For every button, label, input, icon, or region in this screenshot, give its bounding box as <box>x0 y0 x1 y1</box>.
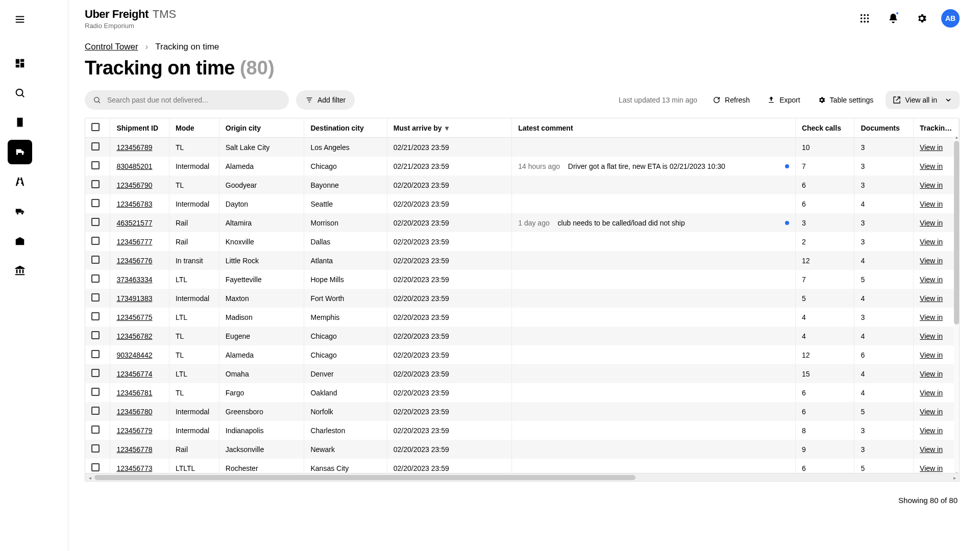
table-row[interactable]: 123456777RailKnoxvilleDallas02/20/2023 2… <box>85 232 959 251</box>
search-icon[interactable] <box>8 81 32 105</box>
table-row[interactable]: 123456776In transitLittle RockAtlanta02/… <box>85 251 959 270</box>
settings-icon[interactable] <box>913 9 931 28</box>
shipment-link[interactable]: 123456779 <box>116 427 152 435</box>
bank-icon[interactable] <box>8 258 32 283</box>
table-row[interactable]: 123456789TLSalt Lake CityLos Angeles02/2… <box>85 138 959 157</box>
shipment-link[interactable]: 123456780 <box>116 408 152 416</box>
shipment-link[interactable]: 123456773 <box>116 464 152 472</box>
truck-icon[interactable] <box>8 199 32 223</box>
add-filter-button[interactable]: Add filter <box>296 90 355 110</box>
apps-icon[interactable] <box>855 9 874 28</box>
view-in-link[interactable]: View in <box>920 464 943 472</box>
row-checkbox[interactable] <box>85 364 110 383</box>
header-origin[interactable]: Origin city <box>219 118 304 138</box>
table-row[interactable]: 123456780IntermodalGreensboroNorfolk02/2… <box>85 402 959 421</box>
vertical-scrollbar[interactable]: ▴ ▾ <box>954 138 959 473</box>
row-checkbox[interactable] <box>85 232 110 251</box>
header-check-calls[interactable]: Check calls <box>795 118 854 138</box>
view-in-link[interactable]: View in <box>920 332 943 340</box>
row-checkbox[interactable] <box>85 308 110 327</box>
view-in-link[interactable]: View in <box>920 143 943 152</box>
header-mode[interactable]: Mode <box>169 118 219 138</box>
view-in-link[interactable]: View in <box>920 219 943 227</box>
shipment-link[interactable]: 123456783 <box>116 200 152 208</box>
shipment-link[interactable]: 123456789 <box>116 143 152 152</box>
row-checkbox[interactable] <box>85 270 110 289</box>
table-row[interactable]: 173491383IntermodalMaxtonFort Worth02/20… <box>85 289 959 308</box>
table-row[interactable]: 830485201IntermodalAlamedaChicago02/21/2… <box>85 157 959 176</box>
shipment-link[interactable]: 123456775 <box>116 313 152 321</box>
shipment-link[interactable]: 123456782 <box>116 332 152 340</box>
row-checkbox[interactable] <box>85 289 110 308</box>
header-shipment-id[interactable]: Shipment ID <box>110 118 169 138</box>
user-avatar[interactable]: AB <box>941 9 960 28</box>
shipment-link[interactable]: 173491383 <box>116 294 152 303</box>
view-in-link[interactable]: View in <box>920 427 943 435</box>
export-button[interactable]: Export <box>762 96 805 104</box>
view-in-link[interactable]: View in <box>920 408 943 416</box>
row-checkbox[interactable] <box>85 345 110 364</box>
view-in-link[interactable]: View in <box>920 370 943 378</box>
row-checkbox[interactable] <box>85 440 110 459</box>
header-tracking-d[interactable]: Tracking d <box>914 118 959 138</box>
road-icon[interactable] <box>8 169 32 194</box>
scroll-up-arrow[interactable]: ▴ <box>954 135 959 140</box>
row-checkbox[interactable] <box>85 327 110 345</box>
horizontal-scroll-thumb[interactable] <box>94 475 635 480</box>
view-in-link[interactable]: View in <box>920 445 943 454</box>
row-checkbox[interactable] <box>85 176 110 194</box>
shipment-link[interactable]: 123456774 <box>116 370 152 378</box>
shipment-link[interactable]: 830485201 <box>116 162 152 170</box>
view-in-link[interactable]: View in <box>920 313 943 321</box>
view-in-link[interactable]: View in <box>920 389 943 397</box>
view-in-link[interactable]: View in <box>920 238 943 246</box>
row-checkbox[interactable] <box>85 213 110 232</box>
table-row[interactable]: 123456783IntermodalDaytonSeattle02/20/20… <box>85 194 959 213</box>
row-checkbox[interactable] <box>85 402 110 421</box>
search-field-wrap[interactable] <box>85 90 289 110</box>
row-checkbox[interactable] <box>85 138 110 157</box>
header-documents[interactable]: Documents <box>854 118 914 138</box>
scroll-right-arrow[interactable]: ▸ <box>951 473 958 482</box>
row-checkbox[interactable] <box>85 421 110 440</box>
header-must-arrive[interactable]: Must arrive by▾ <box>387 118 512 138</box>
horizontal-scrollbar[interactable]: ◂ ▸ <box>85 473 959 481</box>
table-row[interactable]: 123456778RailJacksonvilleNewark02/20/202… <box>85 440 959 459</box>
view-in-link[interactable]: View in <box>920 294 943 303</box>
shipment-link[interactable]: 373463334 <box>116 276 152 284</box>
shipment-link[interactable]: 123456781 <box>116 389 152 397</box>
table-row[interactable]: 373463334LTLFayettevilleHope Mills02/20/… <box>85 270 959 289</box>
row-checkbox[interactable] <box>85 251 110 270</box>
table-settings-button[interactable]: Table settings <box>813 96 879 104</box>
table-row[interactable]: 123456773LTLTLRochesterKansas City02/20/… <box>85 459 959 473</box>
shipment-link[interactable]: 123456778 <box>116 445 152 454</box>
view-in-link[interactable]: View in <box>920 257 943 265</box>
view-in-link[interactable]: View in <box>920 276 943 284</box>
vertical-scroll-thumb[interactable] <box>954 141 959 324</box>
row-checkbox[interactable] <box>85 194 110 213</box>
warehouse-icon[interactable] <box>8 229 32 253</box>
table-row[interactable]: 903248442TLAlamedaChicago02/20/2023 23:5… <box>85 345 959 364</box>
shipment-link[interactable]: 123456777 <box>116 238 152 246</box>
scroll-left-arrow[interactable]: ◂ <box>86 473 93 482</box>
row-checkbox[interactable] <box>85 383 110 402</box>
view-in-link[interactable]: View in <box>920 200 943 208</box>
shipment-link[interactable]: 123456776 <box>116 257 152 265</box>
view-in-link[interactable]: View in <box>920 181 943 189</box>
table-row[interactable]: 123456790TLGoodyearBayonne02/20/2023 23:… <box>85 176 959 194</box>
notifications-icon[interactable] <box>884 9 902 28</box>
table-row[interactable]: 463521577RailAltamiraMorrison02/20/2023 … <box>85 213 959 232</box>
table-row[interactable]: 123456782TLEugeneChicago02/20/2023 23:59… <box>85 327 959 345</box>
table-row[interactable]: 123456779IntermodalIndianapolisCharlesto… <box>85 421 959 440</box>
table-row[interactable]: 123456774LTLOmahaDenver02/20/2023 23:591… <box>85 364 959 383</box>
header-destination[interactable]: Destination city <box>304 118 387 138</box>
search-input[interactable] <box>107 96 281 104</box>
view-in-link[interactable]: View in <box>920 162 943 170</box>
refresh-button[interactable]: Refresh <box>707 96 755 104</box>
hamburger-icon[interactable] <box>8 7 32 32</box>
dashboard-icon[interactable] <box>8 51 32 76</box>
shipments-icon[interactable] <box>8 140 32 164</box>
table-row[interactable]: 123456781TLFargoOakland02/20/2023 23:596… <box>85 383 959 402</box>
header-checkbox[interactable] <box>85 118 110 138</box>
shipment-link[interactable]: 903248442 <box>116 351 152 359</box>
